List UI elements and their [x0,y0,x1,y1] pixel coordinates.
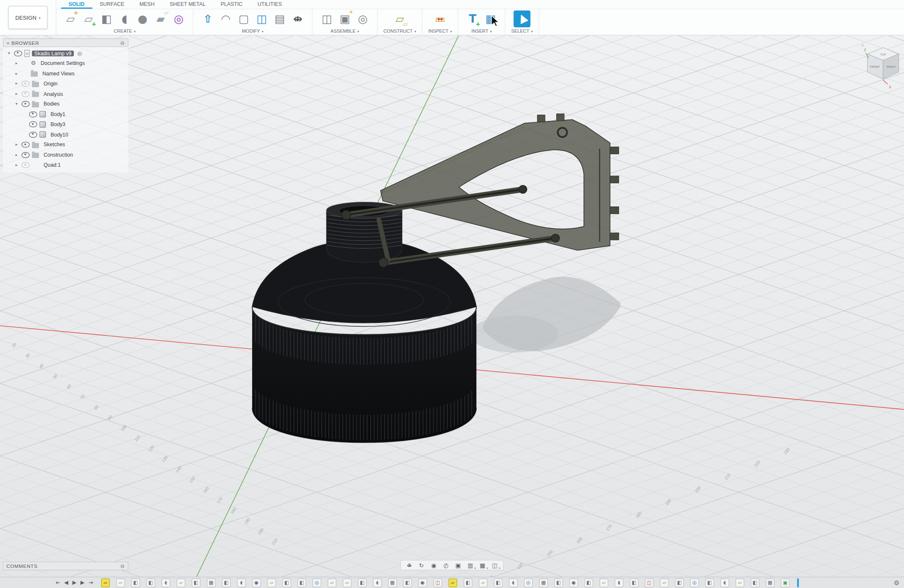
joint-icon[interactable]: ◫ [318,10,335,27]
visibility-eye-icon[interactable] [29,111,37,117]
go-to-start-button[interactable]: ⇤ [56,580,60,585]
browser-item-construction[interactable]: ▸Construction [3,150,129,160]
pan-icon[interactable]: ↔↕ [404,561,414,569]
comments-toggle-icon[interactable]: ⊖ [120,563,125,569]
look-at-icon[interactable]: ◉ [429,561,439,569]
joint-feature[interactable]: ◎ [690,578,699,587]
move-copy-icon[interactable]: ↔↕ [289,10,306,27]
extrude-feature[interactable]: ◧ [297,578,306,587]
measure-icon[interactable]: ▭↔ [432,10,449,27]
fillet-feature[interactable]: ◖ [373,578,382,587]
extrude-feature[interactable]: ◧ [554,578,563,587]
shell-icon[interactable]: ▢ [235,10,252,27]
go-to-end-button[interactable]: ⇥ [88,580,93,585]
hole-feature[interactable]: ◉ [252,578,261,587]
create-form-icon[interactable]: ◎ [170,10,187,27]
visibility-eye-icon[interactable] [21,81,29,87]
tab-surface[interactable]: SURFACE [92,0,132,9]
insert-derive-icon[interactable]: T+ [464,10,481,27]
extrude-feature[interactable]: ◧ [584,578,593,587]
viewcube-home-icon[interactable]: ⌂ [861,42,864,47]
orbit-icon[interactable]: ↻ [416,561,426,569]
fillet-feature[interactable]: ◖ [615,578,623,587]
grid-snap-icon[interactable]: ▦▾ [478,561,488,569]
browser-item-bodies[interactable]: ▾Bodies [3,99,129,109]
assemble-menu-label[interactable]: ASSEMBLE▾ [331,28,359,34]
view-cube[interactable]: ⌂ TOP FRONT RIGHT Z X [861,42,899,89]
fit-icon[interactable]: ▣ [453,561,463,569]
expander-icon[interactable]: ▸ [14,61,19,66]
browser-item-quad-1[interactable]: ▸Quad:1 [3,160,129,170]
expander-icon[interactable]: ▸ [14,163,19,168]
step-back-button[interactable]: ◀ [64,580,68,585]
visibility-eye-icon[interactable] [21,142,29,148]
timeline-playhead[interactable] [797,578,799,587]
sketch-feature[interactable]: ▱ [116,578,125,587]
select-icon[interactable]: ▶ [514,10,530,27]
step-forward-button[interactable]: ▶ [80,580,85,585]
browser-item-document-settings[interactable]: ▸⚙Document Settings [3,58,129,68]
visibility-eye-icon[interactable] [21,152,29,158]
new-solid-icon[interactable]: ▱+ [62,10,79,27]
construct-menu-label[interactable]: CONSTRUCT▾ [383,28,416,34]
extrude-feature[interactable]: ◧ [222,578,231,587]
tab-solid[interactable]: SOLID [61,0,92,9]
browser-item-named-views[interactable]: ▸Named Views [3,69,129,79]
as-built-joint-icon[interactable]: ◎ [354,10,371,27]
browser-item-body3[interactable]: Body3 [3,119,129,129]
sketch-feature[interactable]: ▱ [267,578,276,587]
modify-menu-label[interactable]: MODIFY▾ [242,28,263,34]
activate-component-radio[interactable]: ◎ [77,50,82,56]
pattern-feature[interactable]: ▦ [539,578,548,587]
hole-feature[interactable]: ◉ [418,578,427,587]
combine-feature[interactable]: ◫ [645,578,653,587]
extrude-feature[interactable]: ◧ [358,578,367,587]
combine-feature[interactable]: ◫ [433,578,442,587]
extrude-feature[interactable]: ◧ [282,578,291,587]
extrude-feature[interactable]: ◧ [630,578,638,587]
sketch-feature[interactable]: ▱ [479,578,488,587]
extrude-feature[interactable]: ◧ [751,578,759,587]
tab-plastic[interactable]: PLASTIC [213,0,250,9]
sketch-feature-selected[interactable]: ▱ [448,578,457,587]
loft-icon[interactable]: ▰▱ [152,10,169,27]
browser-item-body10[interactable]: Body10 [3,129,129,139]
hole-feature[interactable]: ◉ [569,578,578,587]
browser-item-sketches[interactable]: ▸Sketches [3,140,129,150]
sketch-feature[interactable]: ▱ [736,578,744,587]
visibility-eye-icon[interactable] [14,50,22,56]
fillet-feature[interactable]: ◖ [721,578,729,587]
comments-panel[interactable]: COMMENTS ⊖ [3,562,129,570]
viewport[interactable]: 2030405060708090100110120130140150160170… [0,35,904,588]
visibility-eye-icon[interactable] [21,162,29,168]
extrude-feature[interactable]: ◧ [705,578,714,587]
timeline-settings-icon[interactable]: ⚙ [894,579,899,586]
expander-icon[interactable]: ▸ [14,82,19,86]
display-settings-icon[interactable]: ▥▾ [465,561,475,569]
sketch-feature[interactable]: ▱ [176,578,185,587]
expander-icon[interactable]: ▾ [14,102,19,106]
box-icon[interactable]: ◧ [98,10,115,27]
select-menu-label[interactable]: SELECT▾ [511,28,533,34]
create-menu-label[interactable]: CREATE▾ [114,28,136,34]
component-feature[interactable]: ▣ [781,578,790,587]
browser-item-body1[interactable]: Body1 [3,109,129,119]
plane-feature[interactable]: ▱ [328,578,336,587]
expander-icon[interactable]: ▸ [14,152,19,157]
combine-icon[interactable]: ◫ [253,10,270,27]
expander-icon[interactable]: ▾ [6,51,11,56]
extrude-feature[interactable]: ◧ [494,578,503,587]
tab-sheet-metal[interactable]: SHEET METAL [162,0,213,9]
play-button[interactable]: ▶ [72,580,77,585]
construction-plane-icon[interactable]: ▱▱ [391,10,408,27]
revolve-icon[interactable]: ◖ [116,10,133,27]
create-sketch-icon[interactable]: ▱+ [80,10,97,27]
browser-display-toggle-icon[interactable]: ⊖ [120,40,125,46]
insert-menu-label[interactable]: INSERT▾ [471,28,492,34]
sketch-feature[interactable]: ▱ [343,578,351,587]
tab-mesh[interactable]: MESH [132,0,162,9]
visibility-eye-icon[interactable] [29,132,37,137]
fillet-feature[interactable]: ◖ [161,578,170,587]
press-pull-icon[interactable]: ⇧ [199,10,216,27]
tab-utilities[interactable]: UTILITIES [250,0,289,9]
